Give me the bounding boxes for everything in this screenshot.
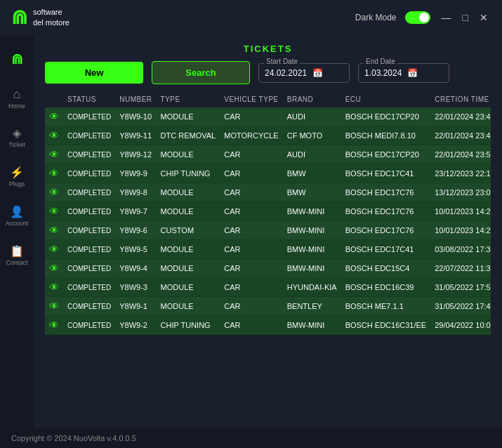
end-date-field: End Date 1.03.2024 📅 [358,63,449,83]
search-button[interactable]: Search [152,61,250,84]
sidebar-item-plugs[interactable]: ⚡ Plugs [1,159,32,195]
sidebar-contact-label: Contact [6,259,27,266]
sidebar-item-account[interactable]: 👤 Account [1,198,32,235]
vehicle-type-cell: CAR [220,107,283,126]
view-icon[interactable]: 👁 [49,319,59,331]
status-cell: COMPLETED [63,240,115,259]
view-icon[interactable]: 👁 [49,244,59,255]
number-cell: Y8W9-7 [115,202,156,221]
sidebar-item-ticket[interactable]: ◈ Ticket [1,119,32,156]
eye-cell[interactable]: 👁 [45,145,63,164]
vehicle-type-cell: CAR [220,221,283,240]
col-eye [45,91,63,107]
table-row: 👁 COMPLETED Y8W9-8 MODULE CAR BMW BOSCH … [45,183,491,202]
dark-mode-toggle[interactable] [405,11,430,24]
end-date-input[interactable]: 1.03.2024 📅 [358,63,449,83]
tickets-table-container: STATUS NUMBER TYPE VEHICLE TYPE BRAND EC… [45,91,491,335]
eye-cell[interactable]: 👁 [45,259,63,278]
status-cell: COMPLETED [63,316,115,335]
maximize-button[interactable]: □ [460,11,471,25]
brand-cell: CF MOTO [283,126,341,145]
ecu-cell: BOSCH MEDI7.8.10 [341,126,431,145]
footer-copyright: Copyright © 2024 NuoVolta v.4.0.0.5 [11,434,136,442]
type-cell: MODULE [157,107,220,126]
view-icon[interactable]: 👁 [49,225,59,236]
col-ecu: ECU [341,91,431,107]
view-icon[interactable]: 👁 [49,111,59,122]
eye-cell[interactable]: 👁 [45,316,63,335]
sidebar-account-label: Account [6,220,29,227]
type-cell: MODULE [157,259,220,278]
ecu-cell: BOSCH EDC17C41 [341,164,431,183]
number-cell: Y8W9-5 [115,240,156,259]
table-row: 👁 COMPLETED Y8W9-2 CHIP TUNING CAR BMW-M… [45,316,491,335]
view-icon[interactable]: 👁 [49,282,59,293]
brand-cell: AUDI [283,107,341,126]
table-row: 👁 COMPLETED Y8W9-7 MODULE CAR BMW-MINI B… [45,202,491,221]
creation-cell: 10/01/2023 14:29:25 [430,202,491,221]
close-button[interactable]: ✕ [477,11,491,25]
col-creation: CRETION TIME [430,91,491,107]
eye-cell[interactable]: 👁 [45,221,63,240]
status-cell: COMPLETED [63,145,115,164]
type-cell: MODULE [157,278,220,297]
eye-cell[interactable]: 👁 [45,126,63,145]
number-cell: Y8W9-6 [115,221,156,240]
eye-cell[interactable]: 👁 [45,183,63,202]
ecu-cell: BOSCH EDC15C4 [341,259,431,278]
status-cell: COMPLETED [63,221,115,240]
eye-cell[interactable]: 👁 [45,107,63,126]
creation-cell: 10/01/2023 14:27:35 [430,221,491,240]
sidebar-item-home[interactable]: ⌂ Home [1,80,32,117]
eye-cell[interactable]: 👁 [45,202,63,221]
table-row: 👁 COMPLETED Y8W9-4 MODULE CAR BMW-MINI B… [45,259,491,278]
view-icon[interactable]: 👁 [49,187,59,198]
sidebar-item-logo[interactable]: ⋒ [1,41,32,77]
view-icon[interactable]: 👁 [49,206,59,217]
brand-cell: BMW-MINI [283,316,341,335]
eye-cell[interactable]: 👁 [45,278,63,297]
view-icon[interactable]: 👁 [49,149,59,160]
type-cell: MODULE [157,145,220,164]
brand-cell: BMW [283,183,341,202]
table-row: 👁 COMPLETED Y8W9-3 MODULE CAR HYUNDAI-KI… [45,278,491,297]
status-cell: COMPLETED [63,259,115,278]
title-bar: ⋒ software del motore Dark Mode — □ ✕ [0,0,502,35]
brand-cell: BENTLEY [283,297,341,316]
vehicle-type-cell: CAR [220,316,283,335]
type-cell: MODULE [157,297,220,316]
minimize-button[interactable]: — [439,11,454,25]
view-icon[interactable]: 👁 [49,168,59,179]
dark-mode-label: Dark Mode [355,13,397,22]
start-date-input[interactable]: 24.02.2021 📅 [258,63,350,83]
creation-cell: 23/12/2023 22:15:28 [430,164,491,183]
eye-cell[interactable]: 👁 [45,164,63,183]
number-cell: Y8W9-12 [115,145,156,164]
type-cell: MODULE [157,240,220,259]
start-date-field: Start Date 24.02.2021 📅 [258,63,350,83]
end-date-calendar-icon[interactable]: 📅 [407,68,443,78]
type-cell: CHIP TUNING [157,164,220,183]
table-header-row: STATUS NUMBER TYPE VEHICLE TYPE BRAND EC… [45,91,491,107]
view-icon[interactable]: 👁 [49,130,59,141]
start-date-calendar-icon[interactable]: 📅 [312,68,343,78]
brand-cell: BMW [283,164,341,183]
vehicle-type-cell: CAR [220,240,283,259]
number-cell: Y8W9-10 [115,107,156,126]
creation-cell: 31/05/2022 17:55:25 [430,278,491,297]
sidebar-item-contact[interactable]: 📋 Contact [1,237,32,274]
logo: ⋒ software del motore [11,7,70,29]
end-date-value: 1.03.2024 [364,68,402,78]
eye-cell[interactable]: 👁 [45,240,63,259]
view-icon[interactable]: 👁 [49,263,59,274]
number-cell: Y8W9-1 [115,297,156,316]
logo-text: software del motore [33,7,70,29]
creation-cell: 22/01/2024 23:41:46 [430,107,491,126]
vehicle-type-cell: CAR [220,164,283,183]
eye-cell[interactable]: 👁 [45,297,63,316]
creation-cell: 13/12/2023 23:09:39 [430,183,491,202]
view-icon[interactable]: 👁 [49,301,59,312]
brand-cell: BMW-MINI [283,221,341,240]
new-button[interactable]: New [45,62,143,84]
vehicle-type-cell: CAR [220,183,283,202]
